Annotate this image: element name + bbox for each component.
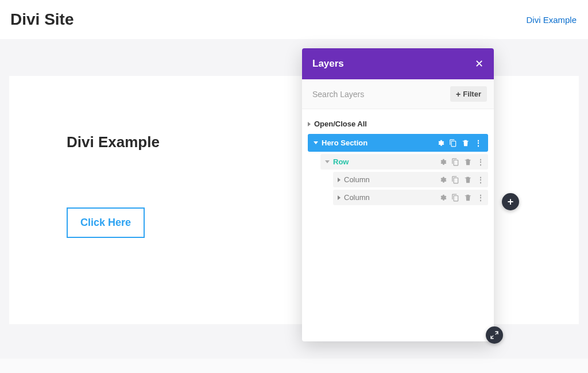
chevron-right-icon <box>338 178 341 182</box>
layers-search-row: + Filter <box>302 79 494 109</box>
site-footer: Copyright © 2021 Divi Site | Powered by … <box>0 359 588 373</box>
plus-icon: + <box>508 197 514 207</box>
chevron-right-icon <box>308 122 311 126</box>
click-here-button[interactable]: Click Here <box>67 207 145 238</box>
duplicate-icon[interactable] <box>451 194 459 202</box>
gear-icon[interactable] <box>439 176 447 184</box>
more-icon[interactable]: ⋮ <box>477 158 485 166</box>
chevron-down-icon <box>325 160 330 163</box>
trash-icon[interactable] <box>464 176 472 184</box>
layers-panel-title: Layers <box>312 58 344 70</box>
layer-row[interactable]: Row ⋮ <box>320 154 488 170</box>
duplicate-icon[interactable] <box>451 176 459 184</box>
duplicate-icon[interactable] <box>451 158 459 166</box>
trash-icon[interactable] <box>462 139 470 147</box>
layers-panel-header[interactable]: Layers ✕ <box>302 48 494 79</box>
expand-icon <box>490 330 499 340</box>
site-title: Divi Site <box>10 10 74 29</box>
more-icon[interactable]: ⋮ <box>477 176 485 184</box>
gear-icon[interactable] <box>439 158 447 166</box>
layer-label: Column <box>344 175 370 184</box>
layers-panel: Layers ✕ + Filter Open/Close All Hero Se… <box>302 48 494 341</box>
layer-label: Row <box>333 157 349 166</box>
site-header: Divi Site Divi Example <box>0 0 588 39</box>
duplicate-icon[interactable] <box>449 139 457 147</box>
close-icon[interactable]: ✕ <box>475 57 483 70</box>
nav-link-divi-example[interactable]: Divi Example <box>526 15 578 25</box>
layer-hero-section[interactable]: Hero Section ⋮ <box>308 134 488 152</box>
filter-label: Filter <box>463 90 481 98</box>
gear-icon[interactable] <box>439 194 447 202</box>
layer-label: Column <box>344 193 370 202</box>
gear-icon[interactable] <box>436 139 444 147</box>
chevron-right-icon <box>338 195 341 200</box>
trash-icon[interactable] <box>464 194 472 202</box>
filter-button[interactable]: + Filter <box>450 86 487 102</box>
layers-tree: Open/Close All Hero Section ⋮ Row <box>302 109 494 341</box>
layer-column[interactable]: Column ⋮ <box>333 172 488 187</box>
page-body: Divi Example Click Here <box>0 39 588 359</box>
layer-column[interactable]: Column ⋮ <box>333 190 488 205</box>
trash-icon[interactable] <box>464 158 472 166</box>
add-fab[interactable]: + <box>502 193 519 210</box>
more-icon[interactable]: ⋮ <box>474 139 482 147</box>
chevron-down-icon <box>314 141 318 144</box>
more-icon[interactable]: ⋮ <box>477 194 485 202</box>
open-close-label: Open/Close All <box>314 120 367 128</box>
open-close-all[interactable]: Open/Close All <box>308 116 488 132</box>
expand-fab[interactable] <box>486 326 503 344</box>
search-input[interactable] <box>309 87 447 101</box>
plus-icon: + <box>456 90 461 98</box>
layer-label: Hero Section <box>322 139 368 147</box>
